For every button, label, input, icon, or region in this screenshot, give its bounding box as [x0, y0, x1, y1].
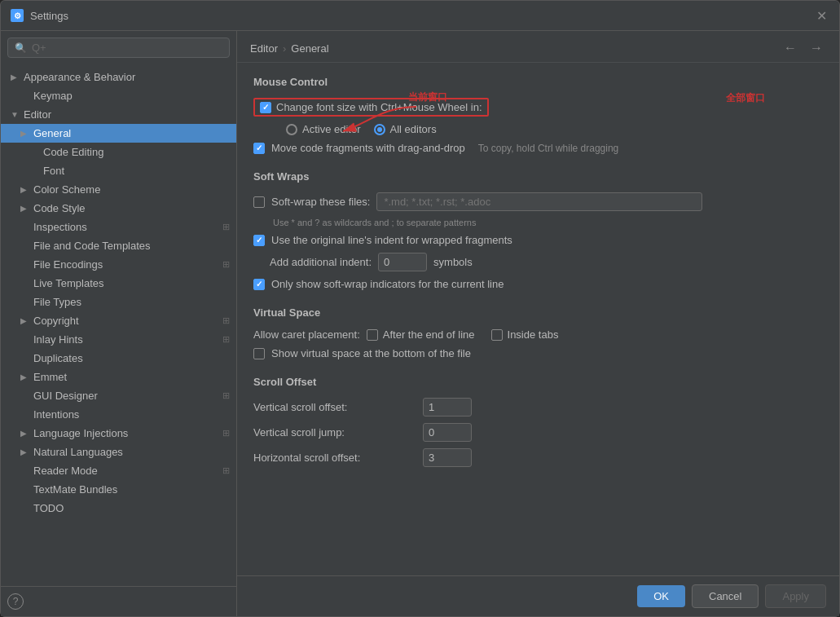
after-end-label: After the end of line	[383, 328, 475, 341]
sidebar-item-label: Color Scheme	[33, 183, 230, 196]
vertical-scroll-input[interactable]	[423, 398, 472, 416]
sidebar-bottom: ?	[1, 586, 236, 616]
sidebar-item-label: TODO	[33, 502, 230, 514]
content-area: 🔍 ▶ Appearance & Behavior Keymap ▼	[1, 31, 839, 616]
arrow-icon: ▼	[11, 110, 20, 119]
arrow-icon: ▶	[20, 185, 30, 194]
sidebar-item-inlay-hints[interactable]: Inlay Hints ⊞	[1, 330, 236, 349]
radio-group-row: Active editor All editors	[253, 123, 823, 135]
sidebar-item-emmet[interactable]: ▶ Emmet	[1, 368, 236, 386]
sidebar-item-gui-designer[interactable]: GUI Designer ⊞	[1, 386, 236, 405]
sidebar-item-keymap[interactable]: Keymap	[1, 86, 236, 105]
change-font-checkbox[interactable]	[260, 102, 271, 113]
use-original-indent-row: Use the original line's indent for wrapp…	[253, 234, 823, 246]
sidebar-item-color-scheme[interactable]: ▶ Color Scheme	[1, 180, 236, 199]
sidebar: 🔍 ▶ Appearance & Behavior Keymap ▼	[1, 31, 237, 616]
sidebar-item-file-encodings[interactable]: File Encodings ⊞	[1, 255, 236, 274]
nav-forward-button[interactable]: →	[807, 39, 826, 57]
arrow-icon: ▶	[20, 204, 30, 213]
breadcrumb-part2: General	[291, 42, 328, 55]
sidebar-item-code-editing[interactable]: Code Editing	[1, 143, 236, 161]
breadcrumb-part1: Editor	[250, 42, 278, 55]
radio-active-btn[interactable]	[286, 124, 297, 135]
move-code-checkbox[interactable]	[253, 143, 265, 154]
inside-tabs-option[interactable]: Inside tabs	[491, 328, 559, 341]
sidebar-item-label: File Encodings	[33, 258, 219, 271]
search-input[interactable]	[32, 42, 222, 54]
sidebar-item-language-injections[interactable]: ▶ Language Injections ⊞	[1, 424, 236, 443]
sidebar-item-file-types[interactable]: File Types	[1, 293, 236, 311]
settings-icon: ⚙	[11, 9, 24, 22]
sidebar-item-font[interactable]: Font	[1, 161, 236, 180]
ok-button[interactable]: OK	[637, 585, 685, 607]
sidebar-item-file-code-templates[interactable]: File and Code Templates	[1, 236, 236, 255]
sidebar-item-todo[interactable]: TODO	[1, 499, 236, 518]
after-end-checkbox[interactable]	[367, 329, 378, 341]
sidebar-item-code-style[interactable]: ▶ Code Style	[1, 199, 236, 218]
annotation-current-window: 当前窗口	[408, 90, 447, 104]
sidebar-item-label: Live Templates	[33, 277, 230, 289]
search-icon: 🔍	[15, 42, 27, 54]
vertical-jump-input[interactable]	[423, 423, 472, 442]
nav-arrows: ← →	[781, 39, 826, 57]
horizontal-scroll-row: Horizontal scroll offset:	[253, 448, 823, 467]
vertical-scroll-label: Vertical scroll offset:	[253, 401, 416, 413]
arrow-icon: ▶	[20, 316, 30, 325]
sidebar-item-editor[interactable]: ▼ Editor	[1, 105, 236, 124]
only-show-checkbox[interactable]	[253, 279, 265, 290]
main-panel: Editor › General ← → Mouse Control	[237, 31, 839, 616]
sidebar-item-copyright[interactable]: ▶ Copyright ⊞	[1, 311, 236, 330]
close-button[interactable]: ✕	[813, 7, 829, 24]
sidebar-item-inspections[interactable]: Inspections ⊞	[1, 218, 236, 236]
arrow-icon: ▶	[20, 429, 30, 438]
sidebar-item-label: Code Style	[33, 202, 230, 214]
vertical-jump-label: Vertical scroll jump:	[253, 426, 416, 439]
horizontal-scroll-input[interactable]	[423, 448, 472, 467]
softwrap-checkbox[interactable]	[253, 196, 265, 208]
arrow-icon: ▶	[11, 73, 20, 82]
show-virtual-checkbox[interactable]	[253, 348, 265, 359]
softwrap-files-row: Soft-wrap these files:	[253, 192, 823, 211]
settings-icon-right: ⊞	[222, 259, 230, 270]
use-original-indent-label: Use the original line's indent for wrapp…	[271, 234, 512, 246]
horizontal-scroll-label: Horizontal scroll offset:	[253, 452, 416, 464]
sidebar-item-label: Reader Mode	[33, 465, 219, 477]
sidebar-item-appearance[interactable]: ▶ Appearance & Behavior	[1, 68, 236, 86]
arrow-icon: ▶	[20, 372, 30, 381]
search-box[interactable]: 🔍	[7, 37, 230, 58]
virtual-space-section: Virtual Space Allow caret placement: Aft…	[253, 306, 823, 359]
titlebar: ⚙ Settings ✕	[1, 1, 839, 31]
after-end-option[interactable]: After the end of line	[367, 328, 475, 341]
settings-dialog: ⚙ Settings ✕ 🔍 ▶ Appearance & Behavior	[0, 0, 840, 617]
sidebar-item-intentions[interactable]: Intentions	[1, 405, 236, 424]
sidebar-item-natural-languages[interactable]: ▶ Natural Languages	[1, 443, 236, 461]
settings-icon-right: ⊞	[222, 390, 230, 401]
sidebar-item-label: Emmet	[33, 371, 230, 383]
use-original-indent-checkbox[interactable]	[253, 235, 265, 246]
softwrap-input[interactable]	[376, 192, 702, 211]
add-indent-input[interactable]	[378, 253, 427, 271]
sidebar-item-duplicates[interactable]: Duplicates	[1, 349, 236, 368]
settings-icon-right: ⊞	[222, 222, 230, 232]
arrow-svg	[302, 99, 465, 148]
soft-wraps-section: Soft Wraps Soft-wrap these files: Use * …	[253, 170, 823, 290]
nav-back-button[interactable]: ←	[781, 39, 800, 57]
sidebar-item-live-templates[interactable]: Live Templates	[1, 274, 236, 293]
scroll-offset-section: Scroll Offset Vertical scroll offset: Ve…	[253, 376, 823, 467]
inside-tabs-label: Inside tabs	[508, 328, 559, 341]
apply-button[interactable]: Apply	[765, 584, 826, 608]
arrow-icon: ▶	[20, 129, 30, 138]
sidebar-item-label: Keymap	[33, 90, 230, 102]
annotation-all-windows: 全部窗口	[726, 91, 765, 105]
inside-tabs-checkbox[interactable]	[491, 329, 503, 341]
cancel-button[interactable]: Cancel	[692, 584, 759, 608]
sidebar-item-label: Duplicates	[33, 352, 230, 364]
sidebar-item-general[interactable]: ▶ General	[1, 124, 236, 143]
sidebar-item-reader-mode[interactable]: Reader Mode ⊞	[1, 461, 236, 480]
help-button[interactable]: ?	[7, 593, 24, 610]
sidebar-item-label: GUI Designer	[33, 390, 219, 402]
only-show-label: Only show soft-wrap indicators for the c…	[271, 278, 504, 290]
sidebar-item-textmate-bundles[interactable]: TextMate Bundles	[1, 480, 236, 499]
sidebar-item-label: File and Code Templates	[33, 240, 230, 252]
sidebar-item-label: Appearance & Behavior	[24, 71, 230, 83]
